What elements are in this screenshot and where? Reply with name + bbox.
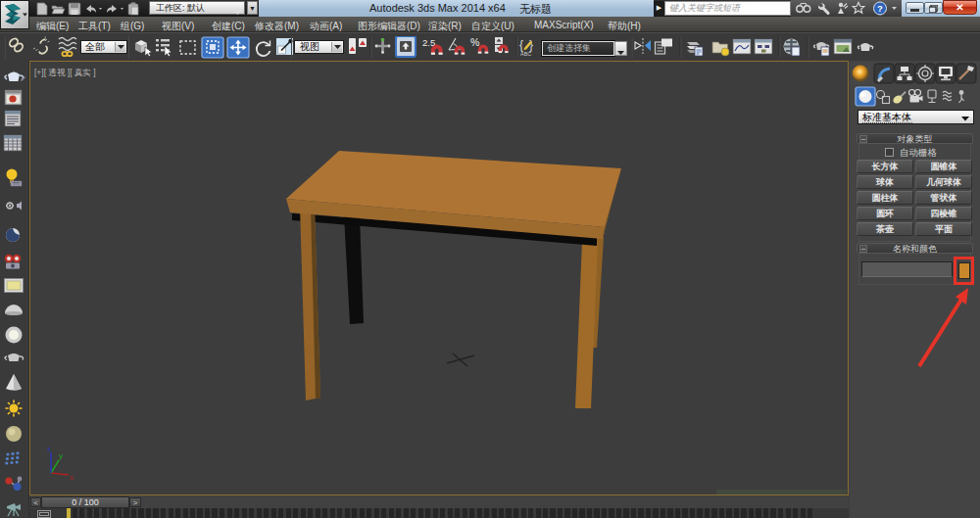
svg-text:{: { xyxy=(519,38,523,52)
svg-text:%: % xyxy=(470,36,479,48)
svg-text:z: z xyxy=(47,445,51,453)
svg-text:ABC: ABC xyxy=(520,51,531,57)
svg-text:x: x xyxy=(70,473,74,482)
svg-text:y: y xyxy=(59,451,63,460)
svg-text:?: ? xyxy=(877,3,883,14)
